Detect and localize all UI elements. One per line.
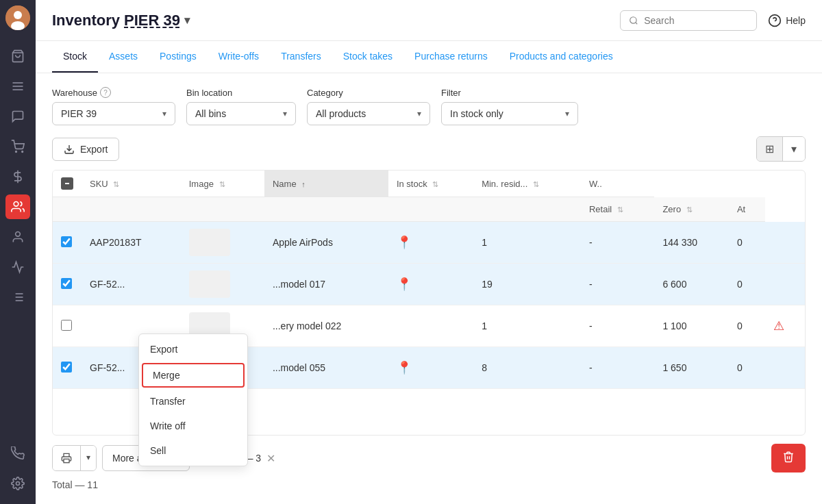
bars-icon[interactable]: [5, 74, 30, 99]
row1-zero: 0: [729, 222, 765, 264]
row2-checkbox-cell[interactable]: [53, 264, 82, 305]
in-stock-header[interactable]: In stock ⇅: [388, 171, 473, 197]
page-title: Inventory PIER 39 ▾: [52, 12, 190, 29]
dropdown-transfer[interactable]: Transfer: [139, 389, 247, 414]
min-resid-header[interactable]: Min. resid... ⇅: [473, 171, 581, 197]
bag-icon[interactable]: [5, 44, 30, 68]
image-header[interactable]: Image ⇅: [181, 171, 264, 197]
cart-icon[interactable]: [5, 134, 30, 159]
category-label: Category: [307, 88, 430, 98]
row1-image: [181, 222, 264, 264]
name-header[interactable]: Name ↑: [264, 171, 388, 197]
header: Inventory PIER 39 ▾ Help: [36, 0, 822, 41]
print-chevron-button[interactable]: ▾: [81, 446, 96, 470]
row1-checkbox[interactable]: [61, 236, 72, 247]
in-stock-sort-icon: ⇅: [432, 180, 438, 188]
tab-transfers[interactable]: Transfers: [270, 41, 332, 73]
svg-point-19: [630, 16, 636, 23]
location-pin-icon: 📍: [397, 277, 412, 291]
filter-select[interactable]: In stock only ▾: [441, 102, 578, 125]
warehouse-label: Warehouse ?: [52, 87, 175, 98]
row4-location: 📍: [388, 347, 473, 389]
svg-point-18: [16, 482, 20, 486]
location-chevron-icon[interactable]: ▾: [184, 14, 190, 27]
row4-retail: 1 650: [654, 347, 729, 389]
actions-row: Export ⊞ ▾: [52, 136, 806, 162]
row1-checkbox-cell[interactable]: [53, 222, 82, 264]
tab-postings[interactable]: Postings: [149, 41, 208, 73]
filter-category-group: Category All products ▾: [307, 88, 430, 125]
table-row: AAP20183T Apple AirPods 📍 1 - 144 330 0: [53, 222, 805, 264]
row3-retail: 1 100: [654, 305, 729, 347]
tab-bar: Stock Assets Postings Write-offs Transfe…: [36, 41, 822, 73]
svg-point-11: [16, 232, 21, 237]
warehouse-select[interactable]: PIER 39 ▾: [52, 102, 175, 125]
zero-sort-icon: ⇅: [686, 205, 693, 214]
help-icon: [768, 14, 782, 27]
minus-icon: [64, 180, 71, 187]
export-icon: [64, 144, 75, 155]
gear-icon[interactable]: [5, 471, 30, 496]
filter-bin-group: Bin location All bins ▾: [186, 88, 296, 125]
sku-header[interactable]: SKU ⇅: [82, 171, 181, 197]
dollar-icon[interactable]: [5, 164, 30, 189]
tab-assets[interactable]: Assets: [98, 41, 149, 73]
name-sort-icon: ↑: [301, 180, 306, 188]
row2-min-resid: -: [581, 264, 654, 305]
w-header[interactable]: W..: [581, 171, 654, 197]
svg-line-20: [636, 22, 638, 24]
search-bar[interactable]: [620, 10, 757, 31]
export-button[interactable]: Export: [52, 138, 119, 161]
help-button[interactable]: Help: [768, 14, 806, 27]
row4-checkbox[interactable]: [61, 362, 72, 373]
row4-checkbox-cell[interactable]: [53, 347, 82, 389]
bin-select[interactable]: All bins ▾: [186, 102, 296, 125]
row3-min-resid: -: [581, 305, 654, 347]
row3-checkbox[interactable]: [61, 320, 72, 331]
person-add-icon[interactable]: [5, 225, 30, 249]
svg-point-7: [16, 151, 17, 153]
tab-stock-takes[interactable]: Stock takes: [332, 41, 403, 73]
category-select[interactable]: All products ▾: [307, 102, 430, 125]
dropdown-sell[interactable]: Sell: [139, 438, 247, 463]
row2-in-stock: 19: [473, 264, 581, 305]
min-resid-sort-icon: ⇅: [533, 180, 539, 188]
title-inventory: Inventory: [52, 12, 120, 29]
phone-icon[interactable]: [5, 441, 30, 466]
location-pin-icon: 📍: [397, 236, 412, 249]
title-location[interactable]: PIER 39: [124, 12, 180, 29]
row3-zero: 0: [729, 305, 765, 347]
list-icon[interactable]: [5, 285, 30, 310]
tab-products-categories[interactable]: Products and categories: [499, 41, 624, 73]
print-button[interactable]: [53, 446, 80, 470]
tab-stock[interactable]: Stock: [52, 41, 98, 73]
tab-purchase-returns[interactable]: Purchase returns: [403, 41, 499, 73]
view-grid-button[interactable]: ⊞: [757, 137, 782, 161]
row4-zero: 0: [729, 347, 765, 389]
dropdown-merge[interactable]: Merge: [142, 363, 245, 388]
row3-at: ⚠: [765, 305, 805, 347]
selected-close-button[interactable]: ✕: [266, 452, 275, 465]
tab-write-offs[interactable]: Write-offs: [208, 41, 270, 73]
search-input[interactable]: [644, 15, 748, 26]
row3-checkbox-cell[interactable]: [53, 305, 82, 347]
row2-checkbox[interactable]: [61, 278, 72, 289]
warehouse-help-icon[interactable]: ?: [100, 87, 111, 98]
zero-subheader: Zero ⇅: [654, 197, 729, 222]
view-list-button[interactable]: ▾: [783, 137, 805, 161]
row1-min-resid: -: [581, 222, 654, 264]
bin-label: Bin location: [186, 88, 296, 98]
delete-button[interactable]: [771, 444, 806, 473]
dropdown-export[interactable]: Export: [139, 337, 247, 362]
dropdown-write-off[interactable]: Write off: [139, 414, 247, 438]
chart-icon[interactable]: [5, 255, 30, 279]
main-content: Inventory PIER 39 ▾ Help Stock Assets Po…: [36, 0, 822, 504]
select-all-header[interactable]: [53, 171, 82, 197]
chat-icon[interactable]: [5, 104, 30, 129]
avatar[interactable]: [5, 5, 30, 30]
people-icon[interactable]: [5, 194, 30, 219]
row4-name: ...model 055: [264, 347, 388, 389]
filter-filter-group: Filter In stock only ▾: [441, 88, 578, 125]
row4-in-stock: 8: [473, 347, 581, 389]
row1-name: Apple AirPods: [264, 222, 388, 264]
